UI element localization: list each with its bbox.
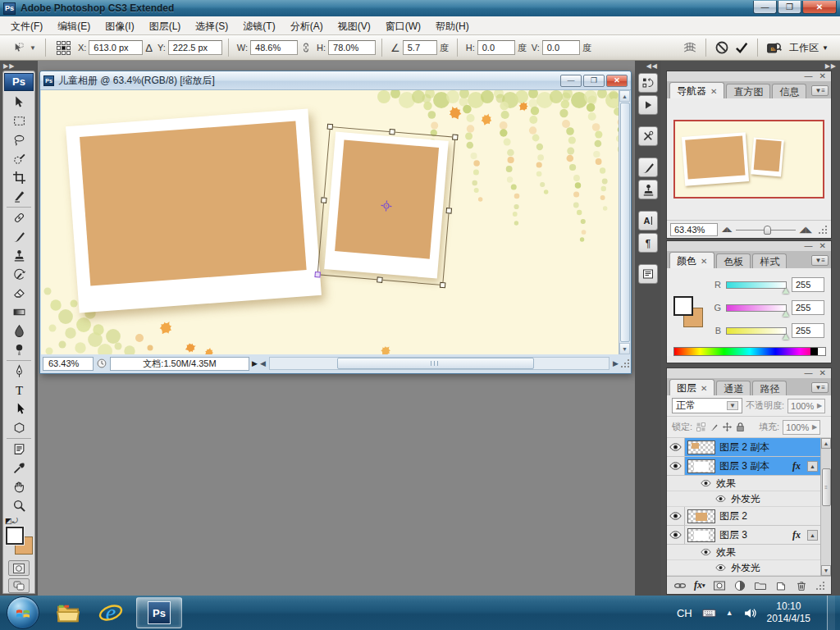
new-adjustment-layer-button[interactable] — [733, 579, 746, 592]
layers-tab-路径[interactable]: 路径 — [752, 381, 787, 395]
layer-row[interactable]: 图层 2 副本 — [667, 438, 820, 457]
paragraph-panel-button[interactable]: ¶ — [638, 233, 658, 253]
doc-restore-button[interactable]: ❐ — [583, 75, 605, 87]
blur-tool[interactable] — [5, 322, 33, 340]
notes-tool[interactable] — [5, 440, 33, 459]
panel-minimize-icon[interactable]: — — [805, 242, 813, 250]
foreground-color-swatch[interactable] — [6, 527, 24, 545]
link-dimensions-icon[interactable] — [300, 42, 312, 53]
show-hidden-icons-arrow[interactable]: ▲ — [726, 609, 733, 617]
character-panel-button[interactable]: A — [638, 211, 658, 231]
effect-visibility-toggle[interactable] — [715, 564, 726, 572]
commit-transform-icon[interactable] — [734, 40, 749, 55]
navigator-tab-信息[interactable]: 信息 — [772, 84, 806, 98]
color-tab-色板[interactable]: 色板 — [716, 253, 751, 268]
zoom-tool[interactable] — [5, 496, 33, 515]
document-title-bar[interactable]: Ps 儿童相册 @ 63.4%(RGB/8) [缩放后] — ❐ ✕ — [40, 71, 631, 90]
layer-visibility-toggle[interactable] — [667, 507, 685, 525]
eyedropper-tool[interactable] — [5, 459, 33, 477]
swap-colors-icon[interactable]: ◩⤾ — [5, 517, 18, 526]
workspace-button[interactable]: 工作区 ▼ — [784, 39, 833, 57]
status-popup-arrow[interactable]: ▶ — [252, 359, 258, 368]
tool-preset-picker[interactable]: ▼ — [7, 40, 39, 56]
history-brush-tool[interactable] — [5, 265, 33, 284]
navigator-tab-直方图[interactable]: 直方图 — [726, 84, 770, 98]
transform-handle-top-left[interactable] — [327, 124, 334, 130]
input-language-indicator[interactable]: CH — [677, 607, 692, 619]
layers-scrollbar[interactable]: ▲ ≡ ▼ — [820, 438, 831, 576]
channel-slider-B[interactable] — [726, 327, 787, 335]
pen-tool[interactable] — [5, 362, 33, 381]
layer-visibility-toggle[interactable] — [667, 438, 685, 456]
panel-minimize-icon[interactable]: — — [805, 72, 813, 80]
brushes-panel-button[interactable] — [638, 158, 658, 177]
layer-name[interactable]: 图层 3 副本 — [719, 459, 769, 473]
menu-item-7[interactable]: 分析(A) — [283, 16, 331, 34]
add-layer-mask-button[interactable] — [713, 579, 726, 592]
rectangular-marquee-tool[interactable] — [5, 112, 33, 130]
transform-reference-point[interactable] — [379, 199, 393, 212]
minimize-button[interactable]: — — [753, 1, 777, 14]
transform-handle-bottom-left[interactable] — [314, 272, 321, 278]
reference-point-locator[interactable] — [57, 41, 71, 55]
custom-shape-tool[interactable] — [5, 418, 33, 437]
delete-layer-button[interactable] — [795, 579, 808, 592]
horizontal-scrollbar[interactable] — [269, 357, 609, 370]
keyboard-layout-icon[interactable] — [702, 606, 716, 620]
effects-row[interactable]: 效果 — [667, 545, 820, 560]
healing-brush-tool[interactable] — [5, 208, 33, 227]
vertical-scroll-thumb[interactable] — [620, 103, 630, 342]
doc-minimize-button[interactable]: — — [560, 75, 582, 87]
transform-handle-bottom[interactable] — [377, 276, 383, 283]
zoom-out-icon[interactable]: ◢◣ — [722, 226, 732, 233]
effect-item-row[interactable]: 外发光 — [667, 491, 820, 507]
add-layer-style-button[interactable]: fx▾ — [694, 579, 705, 591]
new-layer-button[interactable] — [774, 579, 788, 592]
screen-mode-button[interactable] — [8, 578, 30, 593]
effect-item-row[interactable]: 外发光 — [667, 560, 820, 576]
gradient-tool[interactable] — [5, 303, 33, 322]
menu-item-1[interactable]: 文件(F) — [3, 16, 50, 34]
menu-item-10[interactable]: 帮助(H) — [428, 16, 477, 34]
transform-bounding-box[interactable] — [317, 126, 456, 285]
layer-visibility-toggle[interactable] — [667, 526, 685, 544]
color-spectrum-ramp[interactable] — [673, 347, 826, 356]
canvas[interactable] — [41, 90, 620, 354]
menu-item-6[interactable]: 滤镜(T) — [235, 16, 282, 34]
transform-handle-top-right[interactable] — [452, 134, 459, 140]
cancel-transform-icon[interactable] — [714, 40, 729, 55]
transform-handle-top[interactable] — [389, 129, 395, 135]
menu-item-8[interactable]: 视图(V) — [331, 16, 378, 34]
internet-explorer-button[interactable]: e — [94, 597, 128, 628]
quick-selection-tool[interactable] — [5, 149, 33, 168]
transform-handle-bottom-right[interactable] — [440, 282, 446, 289]
angle-input[interactable]: 5.7 — [403, 40, 437, 55]
close-button[interactable]: ✕ — [802, 1, 837, 14]
layer-name[interactable]: 图层 3 — [719, 528, 747, 542]
color-tab-颜色[interactable]: 颜色✕ — [669, 252, 714, 268]
photoshop-taskbar-button[interactable]: Ps — [136, 597, 182, 628]
fill-input[interactable]: 100% ▶ — [783, 420, 820, 435]
channel-slider-R[interactable] — [726, 281, 787, 289]
transform-handle-left[interactable] — [321, 197, 327, 203]
horizontal-scroll-thumb[interactable] — [337, 358, 534, 369]
navigator-zoom-field[interactable]: 63.43% — [670, 223, 718, 236]
height-input[interactable]: 78.0% — [328, 40, 376, 55]
dock-collapse-handle[interactable]: ▶▶ — [661, 61, 840, 71]
new-group-button[interactable] — [754, 579, 767, 592]
scroll-left-arrow[interactable]: ◀ — [260, 359, 266, 368]
doc-close-button[interactable]: ✕ — [606, 75, 628, 87]
panel-color-swatches[interactable] — [673, 296, 703, 327]
transform-handle-right[interactable] — [445, 208, 452, 214]
layer-comps-panel-button[interactable] — [638, 264, 658, 284]
effects-row[interactable]: 效果 — [667, 476, 820, 491]
layer-thumbnail[interactable] — [687, 459, 715, 473]
panel-resize-grip[interactable] — [815, 581, 824, 591]
dodge-tool[interactable] — [5, 340, 33, 359]
file-explorer-button[interactable] — [51, 597, 85, 628]
channel-value-G[interactable]: 255 — [792, 300, 824, 315]
effect-visibility-toggle[interactable] — [701, 549, 711, 556]
panel-menu-icon[interactable]: ▼≡ — [811, 85, 829, 96]
lock-move-icon[interactable] — [722, 422, 733, 432]
taskbar-clock[interactable]: 10:10 2014/4/15 — [767, 600, 817, 625]
